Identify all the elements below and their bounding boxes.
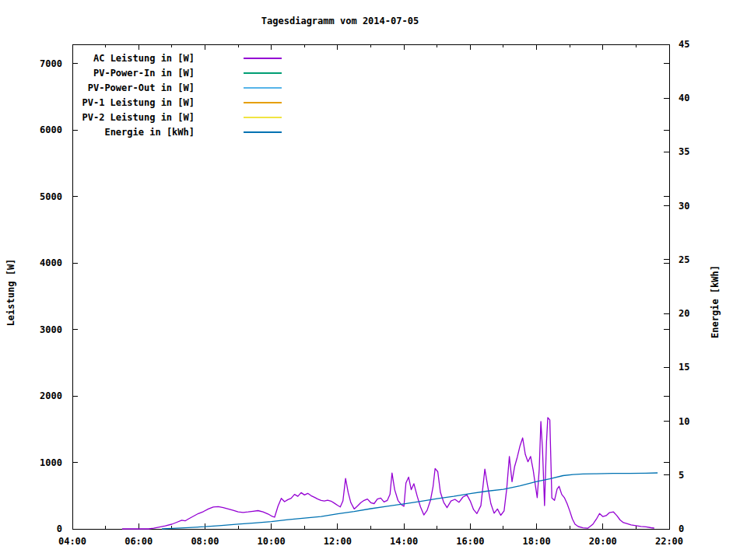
y2-tick-label: 20 (679, 308, 689, 319)
y2-tick-label: 45 (679, 39, 689, 50)
y2-tick-label: 15 (679, 362, 689, 373)
y2-tick-label: 40 (679, 93, 689, 103)
x-tick-label: 18:00 (522, 536, 550, 547)
y-tick-label: 4000 (40, 257, 62, 268)
legend-item: PV-1 Leistung in [W] (66, 95, 282, 110)
x-tick-label: 06:00 (124, 536, 153, 547)
legend: AC Leistung in [W]PV-Power-In in [W]PV-P… (66, 51, 282, 139)
legend-line-sample (244, 87, 282, 89)
y2-tick-label: 35 (679, 146, 689, 157)
legend-item: AC Leistung in [W] (66, 51, 282, 65)
x-tick-label: 16:00 (456, 536, 484, 547)
y-tick-label: 0 (57, 523, 62, 534)
x-tick-label: 10:00 (258, 536, 286, 547)
y-tick-label: 7000 (40, 58, 62, 69)
legend-item: Energie in [kWh] (66, 124, 282, 139)
y-tick-label: 6000 (40, 124, 62, 135)
legend-label: PV-2 Leistung in [W] (66, 112, 195, 123)
legend-label: PV-Power-In in [W] (66, 68, 195, 79)
y2-tick-label: 30 (679, 201, 689, 212)
y-axis-label: Leistung [W] (5, 215, 17, 370)
y-tick-label: 3000 (40, 324, 62, 335)
x-tick-label: 14:00 (390, 536, 418, 547)
legend-line-sample (244, 131, 282, 133)
legend-line-sample (244, 58, 282, 59)
y2-axis-label: Energie [kWh] (709, 224, 721, 380)
y2-tick-label: 5 (679, 470, 684, 481)
y2-tick-label: 10 (679, 416, 689, 427)
legend-label: PV-1 Leistung in [W] (66, 97, 195, 108)
legend-item: PV-Power-Out in [W] (66, 80, 282, 95)
y-tick-label: 5000 (40, 191, 62, 202)
y-tick-label: 2000 (40, 390, 62, 401)
legend-line-sample (244, 117, 282, 118)
y-tick-label: 1000 (40, 457, 62, 468)
legend-label: AC Leistung in [W] (66, 53, 195, 64)
legend-line-sample (244, 72, 282, 74)
y2-tick-label: 0 (679, 523, 684, 534)
x-tick-label: 22:00 (655, 536, 683, 547)
series-ac-leistung-in-w (122, 418, 654, 529)
legend-label: PV-Power-Out in [W] (66, 82, 195, 93)
legend-item: PV-Power-In in [W] (66, 65, 282, 80)
legend-line-sample (244, 102, 282, 103)
chart: 04:0006:0008:0010:0012:0014:0016:0018:00… (0, 0, 747, 560)
x-tick-label: 12:00 (324, 536, 352, 547)
chart-title: Tagesdiagramm vom 2014-07-05 (0, 16, 680, 26)
x-tick-label: 08:00 (191, 536, 219, 547)
y2-tick-label: 25 (679, 254, 689, 265)
x-tick-label: 04:00 (58, 536, 86, 547)
legend-label: Energie in [kWh] (66, 127, 195, 138)
x-tick-label: 20:00 (589, 536, 617, 547)
legend-item: PV-2 Leistung in [W] (66, 110, 282, 124)
